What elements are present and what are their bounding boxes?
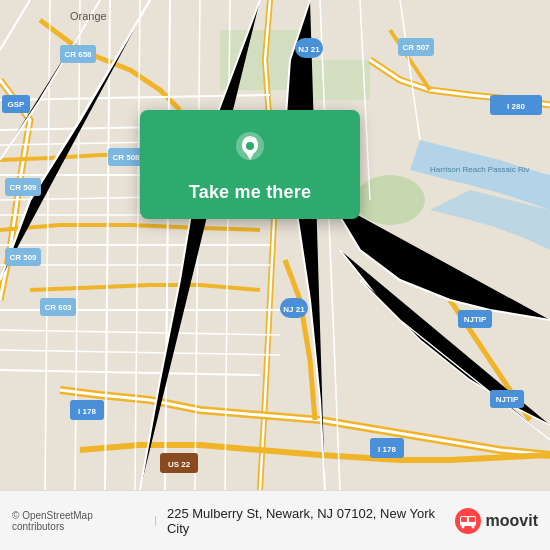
take-me-there-button[interactable]: Take me there (189, 182, 311, 203)
svg-point-3 (355, 175, 425, 225)
svg-text:CR 509: CR 509 (9, 183, 37, 192)
svg-point-67 (461, 525, 464, 528)
svg-text:CR 507: CR 507 (402, 43, 430, 52)
svg-text:US 22: US 22 (168, 460, 191, 469)
svg-text:Harrison Reach Passaic Riv: Harrison Reach Passaic Riv (430, 165, 530, 174)
svg-rect-66 (469, 517, 475, 522)
map-container: CR 658 CR 509 CR 508 CR 509 CR 603 NJ 21… (0, 0, 550, 490)
bottom-bar: © OpenStreetMap contributors | 225 Mulbe… (0, 490, 550, 550)
location-card[interactable]: Take me there (140, 110, 360, 219)
svg-text:I 280: I 280 (507, 102, 525, 111)
svg-text:I 178: I 178 (78, 407, 96, 416)
svg-text:I 178: I 178 (378, 445, 396, 454)
svg-text:NJTIP: NJTIP (464, 315, 487, 324)
svg-rect-65 (461, 517, 467, 522)
svg-point-68 (471, 525, 474, 528)
svg-text:CR 509: CR 509 (9, 253, 37, 262)
svg-text:NJ 21: NJ 21 (283, 305, 305, 314)
osm-attribution: © OpenStreetMap contributors (12, 510, 144, 532)
svg-text:GSP: GSP (8, 100, 26, 109)
moovit-bus-icon (454, 507, 482, 535)
bottom-left-info: © OpenStreetMap contributors | 225 Mulbe… (12, 506, 454, 536)
address-label: 225 Mulberry St, Newark, NJ 07102, New Y… (167, 506, 454, 536)
svg-text:Orange: Orange (70, 10, 107, 22)
moovit-logo: moovit (454, 507, 538, 535)
svg-text:CR 508: CR 508 (112, 153, 140, 162)
map-background: CR 658 CR 509 CR 508 CR 509 CR 603 NJ 21… (0, 0, 550, 490)
svg-point-62 (246, 142, 254, 150)
location-pin-icon (228, 128, 272, 172)
svg-text:NJ 21: NJ 21 (298, 45, 320, 54)
svg-text:NJTIP: NJTIP (496, 395, 519, 404)
moovit-text: moovit (486, 512, 538, 530)
svg-rect-2 (310, 60, 370, 100)
svg-text:CR 658: CR 658 (64, 50, 92, 59)
svg-text:CR 603: CR 603 (44, 303, 72, 312)
